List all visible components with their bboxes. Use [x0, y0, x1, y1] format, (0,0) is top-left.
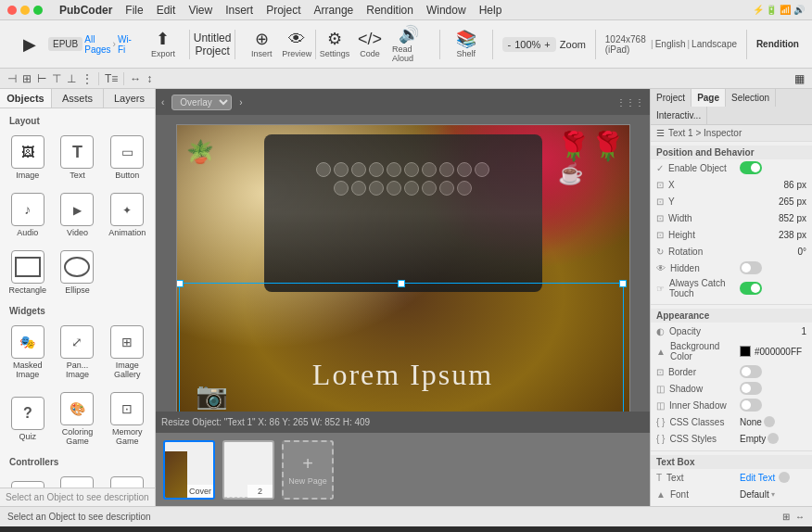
distribute-v-icon[interactable]: ⋮: [82, 72, 93, 85]
flip-h-icon[interactable]: ↔: [130, 72, 141, 85]
canvas-menu-icon[interactable]: ⋮⋮⋮: [616, 97, 644, 108]
overlay-left-arrow[interactable]: ‹: [161, 97, 164, 108]
all-pages-breadcrumb[interactable]: All Pages: [84, 34, 110, 55]
text-align-icon[interactable]: T≡: [105, 72, 118, 85]
widget-action-list[interactable]: Action List: [4, 471, 52, 488]
text-dot[interactable]: [779, 472, 790, 483]
widget-memory-game[interactable]: Memory Game: [103, 386, 151, 451]
align-top-icon[interactable]: ⊤: [52, 72, 61, 85]
bg-color-value[interactable]: #000000FF: [740, 346, 802, 357]
widget-image[interactable]: Image: [4, 130, 52, 185]
insert-button[interactable]: ⊕ Insert: [245, 24, 278, 65]
tab-project[interactable]: Project: [651, 89, 691, 107]
menu-file[interactable]: File: [125, 4, 143, 17]
align-center-icon[interactable]: ⊞: [22, 72, 32, 85]
read-aloud-button[interactable]: 🔊 Read Aloud: [388, 24, 430, 65]
menu-view[interactable]: View: [188, 4, 212, 17]
menu-help[interactable]: Help: [479, 4, 502, 17]
opacity-value[interactable]: 1: [740, 326, 806, 336]
widget-rectangle[interactable]: Rectangle: [4, 245, 52, 300]
border-toggle[interactable]: [740, 365, 762, 378]
widget-coloring-game[interactable]: Coloring Game: [54, 386, 102, 451]
always-catch-touch-label: ☞ Always Catch Touch: [656, 278, 740, 298]
width-value[interactable]: 852 px: [740, 213, 806, 223]
maximize-button[interactable]: [33, 6, 43, 15]
page-thumb-cover[interactable]: Cover: [163, 440, 215, 500]
widget-button[interactable]: Button: [103, 130, 151, 185]
css-styles-dot[interactable]: [768, 433, 779, 444]
zoom-down-icon[interactable]: -: [508, 39, 512, 50]
hidden-toggle[interactable]: [740, 261, 762, 274]
menu-project[interactable]: Project: [266, 4, 300, 17]
widget-interactive-area[interactable]: Interactive Area: [54, 471, 102, 488]
y-value[interactable]: 265 px: [740, 196, 806, 207]
always-catch-touch-toggle[interactable]: [740, 282, 762, 295]
height-value[interactable]: 238 px: [740, 230, 806, 240]
widget-pan-image[interactable]: Pan... Image: [54, 320, 102, 385]
menu-arrange[interactable]: Arrange: [314, 4, 354, 17]
minimize-button[interactable]: [20, 6, 30, 15]
menu-insert[interactable]: Insert: [225, 4, 253, 17]
inner-shadow-toggle[interactable]: [740, 399, 762, 412]
rotation-value[interactable]: 0°: [740, 247, 806, 257]
canvas-frame[interactable]: 🌹🌹 🪴 📷 ☕ Lorem Ipsum: [176, 124, 630, 412]
css-styles-text[interactable]: Empty: [740, 434, 766, 444]
tab-assets[interactable]: Assets: [52, 89, 104, 108]
edit-text-btn[interactable]: Edit Text: [740, 473, 775, 483]
widget-smart-object[interactable]: Smart Object: [103, 471, 151, 488]
shelf-button[interactable]: 📚 Shelf: [450, 24, 483, 65]
widget-text[interactable]: Text: [54, 130, 102, 185]
inner-shadow-label: ◫ Inner Shadow: [656, 400, 740, 411]
widget-quiz[interactable]: Quiz: [4, 386, 52, 451]
export-button[interactable]: ⬆ Export: [146, 24, 180, 65]
add-page-button[interactable]: + New Page: [282, 440, 334, 500]
widget-audio[interactable]: Audio: [4, 187, 52, 243]
wifi-breadcrumb[interactable]: Wi-Fi: [118, 34, 132, 55]
tab-layers[interactable]: Layers: [104, 89, 155, 108]
canvas-area: ‹ Overlay › ⋮⋮⋮: [156, 89, 650, 506]
insert-icon: ⊕: [255, 31, 269, 47]
qr-btn[interactable]: ▦: [794, 72, 805, 85]
play-button[interactable]: ▶: [13, 24, 46, 65]
export-label: Export: [151, 49, 175, 58]
menu-edit[interactable]: Edit: [157, 4, 176, 17]
css-classes-dot[interactable]: [764, 416, 775, 427]
overlay-selector[interactable]: Overlay: [171, 95, 232, 110]
page-thumb-2[interactable]: 2: [222, 440, 274, 500]
tab-selection[interactable]: Selection: [726, 89, 776, 107]
canvas-container: 🌹🌹 🪴 📷 ☕ Lorem Ipsum: [156, 115, 650, 412]
shadow-toggle[interactable]: [740, 382, 762, 395]
tab-page[interactable]: Page: [691, 89, 726, 107]
css-classes-text[interactable]: None: [740, 417, 762, 427]
widget-masked-image[interactable]: Masked Image: [4, 320, 52, 385]
zoom-control[interactable]: - 100% +: [502, 37, 556, 52]
size-value[interactable]: 70px: [740, 506, 806, 507]
menu-rendition[interactable]: Rendition: [366, 4, 413, 17]
flip-v-icon[interactable]: ↕: [146, 72, 152, 85]
font-select[interactable]: Default ▾: [740, 489, 775, 500]
close-button[interactable]: [7, 6, 17, 15]
settings-button[interactable]: ⚙ Settings: [318, 24, 351, 65]
tab-objects[interactable]: Objects: [0, 89, 52, 108]
widget-image-gallery[interactable]: Image Gallery: [103, 320, 151, 385]
widget-animation[interactable]: Animation: [103, 187, 151, 243]
overlay-right-arrow[interactable]: ›: [239, 97, 242, 108]
menu-window[interactable]: Window: [426, 4, 466, 17]
align-right-icon[interactable]: ⊢: [37, 72, 46, 85]
epub-badge[interactable]: EPUB: [48, 37, 82, 51]
zoom-up-icon[interactable]: +: [544, 39, 550, 50]
app-name: PubCoder: [59, 4, 112, 17]
bg-color-text: #000000FF: [755, 347, 802, 357]
enable-object-toggle[interactable]: [740, 161, 762, 174]
x-value[interactable]: 86 px: [740, 180, 806, 190]
widget-ellipse[interactable]: Ellipse: [54, 245, 102, 300]
distribute-h-icon[interactable]: ⊥: [67, 72, 76, 85]
widget-video[interactable]: Video: [54, 187, 102, 243]
preview-button[interactable]: 👁 Preview: [280, 24, 313, 65]
shelf-label: Shelf: [456, 49, 476, 58]
align-left-icon[interactable]: ⊣: [7, 72, 17, 85]
tab-interactivity[interactable]: Interactiv...: [651, 107, 707, 124]
description-area: Select an Object to see description: [0, 488, 155, 506]
code-button[interactable]: </> Code: [353, 24, 387, 65]
shelf-icon: 📚: [456, 31, 476, 47]
